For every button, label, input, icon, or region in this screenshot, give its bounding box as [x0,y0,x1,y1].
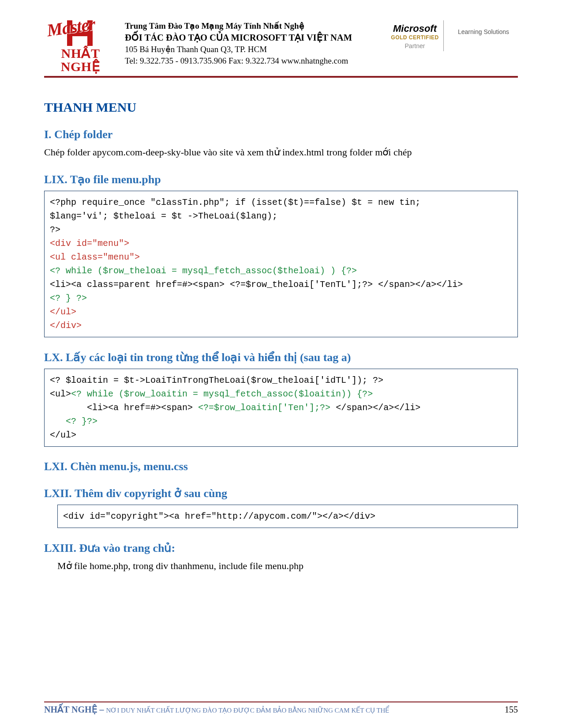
code-block-menu-php: <?php require_once "classTin.php"; if (i… [44,191,518,337]
section-heading-lxi: LXI. Chèn menu.js, menu.css [44,460,518,473]
code-block-copyright: <div id="copyright"><a href="http://apyc… [57,505,518,528]
page-title: THANH MENU [44,100,518,115]
page-footer: NHẤT NGHỆ – NƠI DUY NHẤT CHẤT LƯỢNG ĐÀO … [44,702,518,715]
microsoft-logo: Microsoft [391,23,439,34]
gold-certified-label: GOLD CERTIFIED [391,34,439,41]
section-body-lxiii: Mở file home.php, trong div thanhmenu, i… [57,559,518,573]
code-block-loaitin: <? $loaitin = $t->LoaiTinTrongTheLoai($r… [44,369,518,447]
learning-solutions-label: Learning Solutions [452,18,518,35]
page-number: 155 [505,705,518,715]
section-heading-lix: LIX. Tạo file menu.php [44,173,518,186]
section-body-1: Chép folder apycom.com-deep-sky-blue vào… [44,146,518,159]
page: Master NHẤT NGHỆ Trung Tâm Đào Tạo Mạng … [0,0,562,728]
letterhead: Master NHẤT NGHỆ Trung Tâm Đào Tạo Mạng … [44,18,518,78]
header-text: Trung Tâm Đào Tạo Mạng Máy Tính Nhất Ngh… [125,18,383,67]
logo: Master NHẤT NGHỆ [44,18,117,73]
org-contact: Tel: 9.322.735 - 0913.735.906 Fax: 9.322… [125,55,383,67]
partner-label: Partner [391,42,439,49]
section-heading-lxiii: LXIII. Đưa vào trang chủ: [44,541,518,555]
footer-text: NHẤT NGHỆ – NƠI DUY NHẤT CHẤT LƯỢNG ĐÀO … [44,704,389,715]
org-subtitle: ĐỐI TÁC ĐÀO TẠO CỦA MICROSOFT TẠI VIỆT N… [125,32,383,44]
org-address: 105 Bá Huyện Thanh Quan Q3, TP. HCM [125,44,383,55]
logo-text: NHẤT NGHỆ [44,47,117,73]
section-heading-1: I. Chép folder [44,128,518,141]
section-heading-lxii: LXII. Thêm div copyright ở sau cùng [44,487,518,500]
microsoft-badge: Microsoft GOLD CERTIFIED Partner [391,20,444,51]
section-heading-lx: LX. Lấy các loại tin trong từng thể loại… [44,351,518,364]
org-name: Trung Tâm Đào Tạo Mạng Máy Tính Nhất Ngh… [125,20,383,32]
